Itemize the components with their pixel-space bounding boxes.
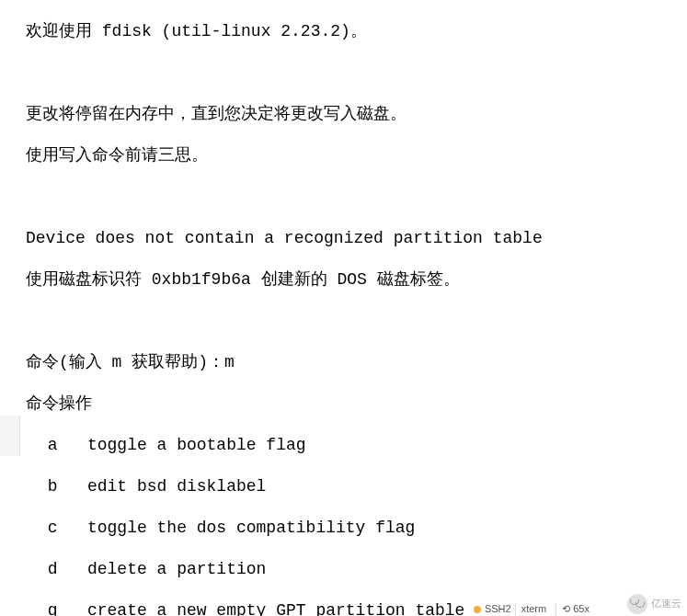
status-term: xterm bbox=[515, 603, 553, 616]
cmd-c: ctoggle the dos compatibility flag bbox=[26, 518, 687, 539]
watermark-text: 亿速云 bbox=[651, 598, 681, 610]
status-cols-text: 65x bbox=[573, 603, 590, 614]
cmd-letter: d bbox=[48, 559, 58, 580]
cmd-letter: g bbox=[48, 600, 58, 617]
actions-header: 命令操作 bbox=[26, 394, 687, 415]
status-indicator-icon bbox=[474, 606, 481, 613]
blank-line bbox=[26, 63, 687, 84]
status-proto: SSH2 bbox=[485, 603, 511, 616]
sidebar-stub bbox=[0, 416, 20, 456]
cmd-letter: c bbox=[48, 518, 58, 539]
blank-line bbox=[26, 187, 687, 208]
prompt-line-1: 命令(输入 m 获取帮助)：m bbox=[26, 352, 687, 373]
warn-line-2: 使用写入命令前请三思。 bbox=[26, 145, 687, 166]
cmd-desc: delete a partition bbox=[87, 560, 266, 578]
terminal-output[interactable]: 欢迎使用 fdisk (util-linux 2.23.2)。 更改将停留在内存… bbox=[0, 0, 687, 616]
device-line: Device does not contain a recognized par… bbox=[26, 228, 687, 249]
watermark: 亿速云 bbox=[627, 594, 681, 614]
warn-line-1: 更改将停留在内存中，直到您决定将更改写入磁盘。 bbox=[26, 104, 687, 125]
cmd-a: atoggle a bootable flag bbox=[26, 435, 687, 456]
cmd-desc: toggle the dos compatibility flag bbox=[87, 519, 415, 537]
cmd-desc: create a new empty GPT partition table bbox=[87, 601, 464, 617]
status-cols: ⟲ 65x bbox=[555, 603, 595, 616]
cmd-b: bedit bsd disklabel bbox=[26, 476, 687, 497]
cmd-desc: toggle a bootable flag bbox=[87, 436, 306, 454]
welcome-line: 欢迎使用 fdisk (util-linux 2.23.2)。 bbox=[26, 21, 687, 42]
cmd-letter: a bbox=[48, 435, 58, 456]
cmd-letter: b bbox=[48, 476, 58, 497]
cmd-desc: edit bsd disklabel bbox=[87, 477, 266, 496]
doslabel-line: 使用磁盘标识符 0xbb1f9b6a 创建新的 DOS 磁盘标签。 bbox=[26, 269, 687, 291]
cmd-d: ddelete a partition bbox=[26, 559, 687, 580]
cloud-icon bbox=[627, 594, 647, 614]
blank-line bbox=[26, 311, 687, 332]
